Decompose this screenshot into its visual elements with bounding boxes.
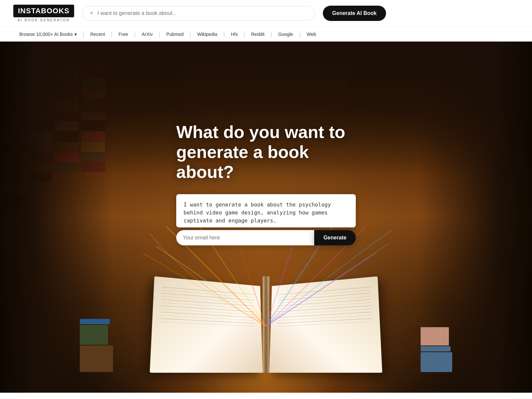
nav-item-reddit[interactable]: Reddit <box>245 27 270 41</box>
hero-title: What do you want to generate a book abou… <box>176 122 356 182</box>
spark-icon: ✦ <box>89 10 94 17</box>
header-search-input[interactable] <box>97 10 308 16</box>
logo-subtitle: AI BOOK GENERATOR <box>18 18 70 22</box>
hero-content: What do you want to generate a book abou… <box>0 42 532 393</box>
header-search-bar[interactable]: ✦ <box>82 6 315 21</box>
hero-generate-button[interactable]: Generate <box>314 230 356 245</box>
nav-item-pubmed[interactable]: Pubmed <box>160 27 190 41</box>
nav-item-hn[interactable]: HN <box>225 27 243 41</box>
nav-item-google[interactable]: Google <box>272 27 299 41</box>
chevron-down-icon: ▾ <box>74 32 77 37</box>
logo-text: INSTABOOKS <box>13 5 74 17</box>
hero-email-input[interactable] <box>176 230 314 245</box>
nav-item-recent[interactable]: Recent <box>84 27 111 41</box>
hero-book-topic-input[interactable]: I want to generate a book about the psyc… <box>176 194 356 227</box>
logo[interactable]: INSTABOOKS AI BOOK GENERATOR <box>13 5 74 22</box>
nav-item-browse[interactable]: Browse 10,000+ AI Books ▾ <box>13 27 83 41</box>
hero-section: What do you want to generate a book abou… <box>0 42 532 393</box>
nav-item-free[interactable]: Free <box>112 27 134 41</box>
hero-email-row: Generate <box>176 230 356 245</box>
nav-item-web[interactable]: Web <box>301 27 322 41</box>
main-nav: Browse 10,000+ AI Books ▾ | Recent | Fre… <box>0 27 532 42</box>
nav-browse-label: Browse 10,000+ AI Books <box>19 32 73 37</box>
nav-item-arxiv[interactable]: ArXiv <box>136 27 159 41</box>
header-generate-button[interactable]: Generate AI Book <box>323 6 386 21</box>
nav-item-wikipedia[interactable]: Wikipedia <box>191 27 223 41</box>
header: INSTABOOKS AI BOOK GENERATOR ✦ Generate … <box>0 0 532 27</box>
